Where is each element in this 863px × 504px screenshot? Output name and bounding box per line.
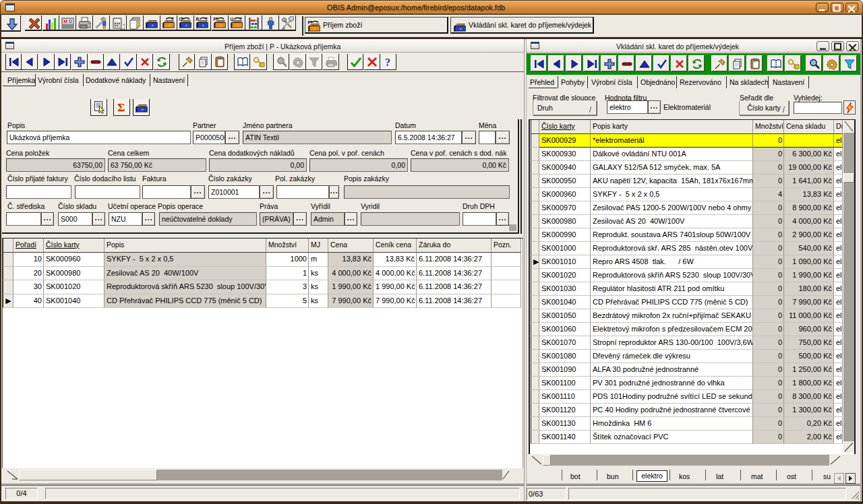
svg-text:Σ: Σ xyxy=(117,101,125,114)
svg-text:D: D xyxy=(69,19,72,24)
svg-text:P: P xyxy=(213,17,216,22)
svg-text:O: O xyxy=(179,17,183,22)
svg-text:U: U xyxy=(230,17,233,22)
svg-text:M: M xyxy=(63,19,67,24)
svg-text:P: P xyxy=(308,20,311,25)
svg-text:?: ? xyxy=(385,57,390,68)
svg-text:R: R xyxy=(196,17,200,22)
